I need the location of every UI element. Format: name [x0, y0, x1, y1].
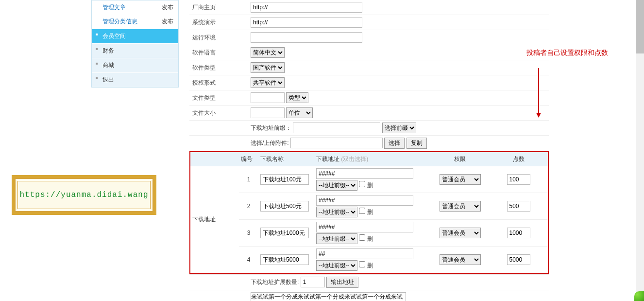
dl-section-label: 下载地址 — [190, 166, 239, 273]
sidebar-item-logout[interactable]: 退出 — [92, 72, 178, 87]
th-no: 编号 — [239, 152, 258, 166]
th-addr-hint: (双击选择) — [341, 156, 368, 162]
label-type: 软件类型 — [189, 60, 248, 75]
dl-addr-input[interactable] — [316, 222, 413, 232]
input-filesize[interactable] — [251, 107, 285, 118]
dl-perm-select[interactable]: 普通会员 — [440, 228, 481, 238]
input-prefix[interactable] — [293, 123, 380, 133]
input-ext-count[interactable] — [301, 277, 325, 287]
dl-del-checkbox[interactable] — [359, 261, 365, 267]
dl-row: 下载地址 1 --地址前缀-- 删 普通会员 — [190, 166, 548, 193]
dl-row: 3 --地址前缀-- 删 普通会员 — [190, 220, 548, 247]
scrollbar-thumb[interactable] — [636, 0, 644, 53]
annotation-text: 投稿者自己设置权限和点数 — [526, 49, 624, 57]
dl-points-input[interactable] — [507, 174, 530, 185]
dl-name-input[interactable] — [260, 174, 309, 185]
dl-points-input[interactable] — [507, 201, 530, 212]
sidebar-row-action[interactable]: 发布 — [162, 18, 173, 26]
sidebar-row-categories[interactable]: 管理分类信息 发布 — [92, 15, 178, 29]
sidebar: 管理文章 发布 管理分类信息 发布 会员空间 财务 商城 退出 — [91, 0, 179, 88]
dl-prefix-select[interactable]: --地址前缀-- — [316, 180, 357, 191]
label-filetype: 文件类型 — [189, 90, 248, 106]
dl-row: 4 --地址前缀-- 删 普通会员 — [190, 247, 548, 273]
dl-points-input[interactable] — [507, 228, 530, 238]
dl-prefix-select[interactable]: --地址前缀-- — [316, 233, 357, 244]
input-demo[interactable] — [251, 17, 362, 28]
input-homepage[interactable] — [251, 2, 362, 13]
sidebar-row-label: 管理分类信息 — [102, 18, 137, 26]
select-prefix[interactable]: 选择前缀 — [382, 123, 416, 133]
th-name: 下载名称 — [258, 152, 314, 166]
label-env: 运行环境 — [189, 30, 248, 45]
label-filesize: 文件大小 — [189, 106, 248, 121]
input-upload[interactable] — [290, 138, 383, 148]
sidebar-row-label: 管理文章 — [102, 3, 126, 12]
dl-addr-input[interactable] — [316, 195, 413, 206]
download-table-wrap: 编号 下载名称 下载地址 (双击选择) 权限 点数 下载地址 1 --地址前缀-… — [189, 151, 549, 274]
dl-del-label: 删 — [367, 182, 373, 189]
label-upload: 选择/上传附件: — [251, 140, 289, 146]
dl-perm-select[interactable]: 普通会员 — [440, 201, 481, 212]
input-env[interactable] — [251, 32, 362, 43]
sidebar-item-finance[interactable]: 财务 — [92, 43, 178, 58]
sidebar-row-action[interactable]: 发布 — [162, 3, 173, 12]
select-license[interactable]: 共享软件 — [251, 77, 285, 88]
label-ext-count: 下载地址扩展数量: — [251, 279, 299, 285]
btn-output-addr[interactable]: 输出地址 — [326, 277, 358, 288]
dl-addr-input[interactable] — [316, 248, 413, 259]
th-addr: 下载地址 — [316, 156, 339, 162]
dl-name-input[interactable] — [260, 201, 309, 212]
btn-upload-copy[interactable]: 复制 — [407, 138, 427, 149]
watermark-text: https://yuanma.didai.wang — [17, 181, 151, 209]
dl-name-input[interactable] — [260, 254, 309, 265]
dl-prefix-select[interactable]: --地址前缀-- — [316, 260, 357, 271]
dl-no: 1 — [239, 166, 258, 193]
label-homepage: 厂商主页 — [189, 0, 248, 15]
sidebar-item-mall[interactable]: 商城 — [92, 58, 178, 72]
sidebar-item-memberspace[interactable]: 会员空间 — [92, 29, 178, 43]
label-lang: 软件语言 — [189, 45, 248, 60]
dl-del-checkbox[interactable] — [359, 234, 365, 241]
annotation-arrow-icon — [538, 68, 539, 117]
dl-no: 4 — [239, 247, 258, 273]
dl-del-checkbox[interactable] — [359, 208, 365, 214]
label-prefix: 下载地址前缀： — [251, 124, 291, 131]
label-demo: 系统演示 — [189, 15, 248, 30]
dl-row: 2 --地址前缀-- 删 普通会员 — [190, 193, 548, 220]
dl-perm-select[interactable]: 普通会员 — [440, 254, 481, 265]
th-points: 点数 — [489, 152, 548, 166]
label-license: 授权形式 — [189, 75, 248, 90]
dl-name-input[interactable] — [260, 228, 309, 238]
dl-del-checkbox[interactable] — [359, 181, 365, 187]
input-filetype[interactable] — [251, 92, 285, 103]
dl-prefix-select[interactable]: --地址前缀-- — [316, 207, 357, 217]
main-form: 厂商主页 系统演示 运行环境 软件语言 简体中文 软件类型 国产软件 授权形式 … — [189, 0, 549, 301]
dl-del-label: 删 — [367, 209, 373, 215]
dl-no: 2 — [239, 193, 258, 220]
sidebar-row-articles[interactable]: 管理文章 发布 — [92, 0, 178, 15]
dl-perm-select[interactable]: 普通会员 — [440, 174, 481, 185]
th-perm: 权限 — [431, 152, 489, 166]
watermark: https://yuanma.didai.wang — [12, 175, 156, 215]
label-intro: 软件简介 — [189, 290, 248, 301]
dl-del-label: 删 — [367, 235, 373, 242]
select-lang[interactable]: 简体中文 — [251, 47, 285, 58]
dl-no: 3 — [239, 220, 258, 247]
dl-addr-input[interactable] — [316, 168, 413, 179]
select-type[interactable]: 国产软件 — [251, 62, 285, 73]
select-filetype[interactable]: 类型 — [286, 92, 308, 103]
select-filesize-unit[interactable]: 单位 — [286, 107, 313, 118]
btn-upload-select[interactable]: 选择 — [384, 138, 405, 149]
dl-points-input[interactable] — [507, 254, 530, 265]
textarea-intro[interactable] — [251, 292, 406, 301]
dl-del-label: 删 — [367, 262, 373, 269]
corner-badge-icon — [634, 291, 644, 301]
